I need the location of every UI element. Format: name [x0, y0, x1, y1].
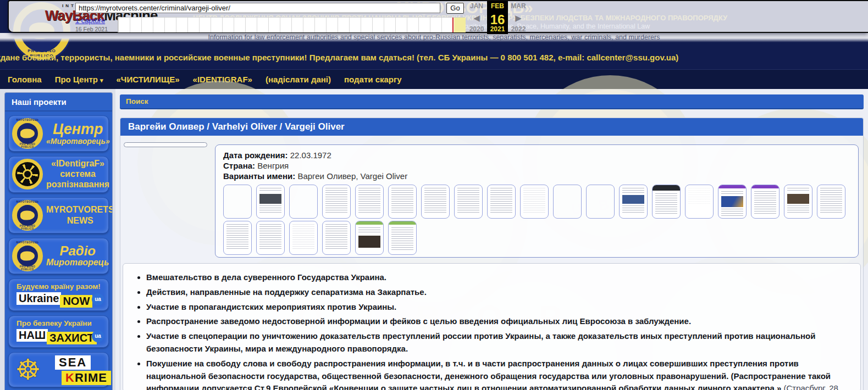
brand-letters: RIME [75, 371, 107, 385]
gallery-thumbnail[interactable] [355, 221, 384, 255]
prev-capture-arrow-icon[interactable]: ◀ [466, 13, 487, 23]
sidebar-item-identigraf[interactable]: «IDentigraF» система розпізнавання [8, 156, 109, 193]
gallery-thumbnail[interactable] [718, 185, 747, 219]
ship-wheel-icon: ☸ [12, 355, 44, 385]
gallery-thumbnail[interactable] [520, 185, 549, 219]
gallery-thumbnail[interactable] [322, 221, 351, 255]
field-value: Венгрия [257, 161, 289, 170]
gallery-row [223, 221, 850, 255]
brand-word: ЗАХИСТ [47, 332, 97, 344]
identigraf-aperture-icon [12, 159, 43, 190]
brand-letter: K [65, 371, 75, 385]
gallery-thumbnail[interactable] [487, 185, 516, 219]
chevron-down-icon: ▾ [100, 77, 103, 83]
emblem-ring-text: МИРОТВОРЕЦЬ [14, 200, 41, 203]
charge-item: Распространение заведомо недостоверной и… [146, 315, 850, 328]
field-label: Варианты имени: [223, 171, 295, 181]
profile-title: Варгейи Оливер / Varhelyi Oliver / Varge… [128, 121, 345, 132]
brand-word: Ukraine [16, 292, 61, 305]
page-body: О Т В О Р O P U B L I Наші проекти МИРОТ… [0, 89, 868, 390]
nav-item-complaint[interactable]: подати скаргу [338, 75, 408, 84]
month-label: FEB [487, 2, 508, 10]
gallery-thumbnail[interactable] [223, 221, 252, 255]
field-name-variants: Варианты имени: Варгеи Оливер, Vargei Ol… [223, 171, 850, 181]
projects-sidebar: Наші проекти МИРОТВОРЕЦЬ PRO BONO PUBLIC… [4, 92, 113, 390]
sidebar-item-myrotvorets-news[interactable]: МИРОТВОРЕЦЬ PRO BONO PUBLICO MYROTVORETS… [8, 197, 109, 233]
charge-item: Действия, направленные на поддержку сепа… [146, 286, 850, 299]
gallery-thumbnail[interactable] [322, 185, 351, 219]
gallery-thumbnail[interactable] [652, 185, 681, 219]
project-tagline: Про безпеку України [12, 319, 105, 327]
gallery-thumbnail[interactable] [685, 185, 714, 219]
gallery [223, 185, 850, 255]
charge-item: Вмешательство в дела суверенного Государ… [146, 271, 850, 284]
gallery-thumbnail[interactable] [751, 185, 779, 219]
gallery-thumbnail[interactable] [784, 185, 812, 219]
profile-title-bar: Варгейи Оливер / Varhelyi Oliver / Varge… [120, 118, 863, 136]
year-label: 2021 [487, 25, 508, 33]
nav-item-about[interactable]: Про Центр▾ [48, 75, 110, 84]
emblem-ring-text: PRO BONO PUBLICO [14, 225, 41, 230]
gallery-thumbnail[interactable] [388, 221, 417, 255]
gallery-thumbnail[interactable] [289, 185, 318, 219]
myrotvorets-emblem-icon: МИРОТВОРЕЦЬ PRO BONO PUBLICO [12, 200, 43, 231]
wayback-url-input[interactable] [75, 3, 440, 13]
gallery-thumbnail[interactable] [223, 185, 252, 219]
gallery-thumbnail[interactable] [289, 221, 318, 255]
next-capture-arrow-icon[interactable]: ▶ [508, 13, 529, 23]
gallery-thumbnail[interactable] [553, 185, 582, 219]
timeline-capture-marker [452, 18, 454, 32]
emblem-ring-text: МИРОТВОРЕЦЬ [14, 119, 41, 121]
search-bar[interactable]: Поиск [120, 94, 864, 109]
ua-badge: ua [92, 330, 104, 342]
calendar-current-month: FEB 16 2021 [487, 1, 508, 34]
sidebar-item-center-myrotvorets[interactable]: МИРОТВОРЕЦЬ PRO BONO PUBLICO Центр «Миро… [8, 115, 109, 152]
gallery-thumbnail[interactable] [355, 185, 384, 219]
surrender-ticker: ждане боевики, террористы, наемники и ро… [0, 53, 678, 62]
search-bar-label: Поиск [126, 97, 148, 105]
ukraine-map-shape [20, 251, 35, 260]
captures-timeline[interactable] [118, 17, 465, 32]
project-subtitle: система [46, 169, 109, 180]
gallery-thumbnail[interactable] [256, 185, 285, 219]
sidebar-item-nash-zahyst[interactable]: Про безпеку України НАШЗАХИСТ ua [8, 315, 109, 348]
main-content: Поиск Варгейи Оливер / Varhelyi Oliver /… [115, 89, 868, 390]
project-tagline: Будуємо країну разом! [12, 282, 105, 291]
sidebar-item-ukraine-now[interactable]: Будуємо країну разом! UkraineNOW ua [8, 278, 109, 311]
gallery-thumbnail[interactable] [388, 185, 417, 219]
gallery-thumbnail[interactable] [619, 185, 648, 219]
sidebar-item-sea-krime[interactable]: ☸ SEA KRIME [8, 352, 109, 387]
project-title: MYROTVORETS [46, 204, 113, 215]
myrotvorets-emblem-icon: МИРОТВОРЕЦЬ PRO BONO PUBLICO [12, 241, 43, 271]
ukraine-map-shape [20, 129, 35, 138]
myrotvorets-emblem-icon: МИРОТВОРЕЦЬ PRO BONO PUBLICO [12, 118, 43, 149]
gallery-thumbnail[interactable] [817, 185, 845, 219]
charge-text: Покушение на свободу слова и свободу рас… [146, 359, 831, 390]
sidebar-item-radio-myrotvorets[interactable]: МИРОТВОРЕЦЬ PRO BONO PUBLICO Радіо Мирот… [8, 238, 109, 274]
project-title: «IDentigraF» [46, 159, 109, 169]
project-title: NEWS [46, 215, 113, 226]
calendar-next-month: MAR ▶ 2022 [508, 1, 529, 34]
empty-progress-pill [124, 142, 207, 147]
month-label: JAN [466, 2, 487, 10]
field-country: Страна: Венгрия [223, 161, 850, 170]
field-label: Страна: [223, 161, 255, 170]
gallery-thumbnail[interactable] [421, 185, 450, 219]
nav-item-chystylyshche[interactable]: «ЧИСТИЛИЩЕ» [110, 75, 186, 84]
gallery-thumbnail[interactable] [454, 185, 483, 219]
gallery-thumbnail[interactable] [586, 185, 615, 219]
timeline-highlight [454, 18, 466, 32]
wayback-toolbar: INTERNET ARCHIVE WayBackMachine Go 1 cap… [8, 0, 868, 33]
project-subtitle: Миротворець [46, 258, 109, 268]
field-birthdate: Дата рождения: 22.03.1972 [223, 151, 850, 160]
nav-item-home[interactable]: Головна [1, 75, 48, 84]
charges-box: Вмешательство в дела суверенного Государ… [123, 263, 861, 390]
captures-link[interactable]: 1 capture [75, 16, 105, 25]
go-button[interactable]: Go [446, 3, 464, 14]
emblem-ring-text: PRO BONO PUBLICO [14, 143, 41, 148]
gallery-thumbnail[interactable] [256, 221, 285, 255]
charge-item: Покушение на свободу слова и свободу рас… [146, 358, 850, 390]
profile-info-box: Дата рождения: 22.03.1972 Страна: Венгри… [215, 144, 859, 258]
month-label: MAR [508, 2, 529, 10]
nav-item-send-data[interactable]: (надіслати дані) [259, 75, 338, 84]
